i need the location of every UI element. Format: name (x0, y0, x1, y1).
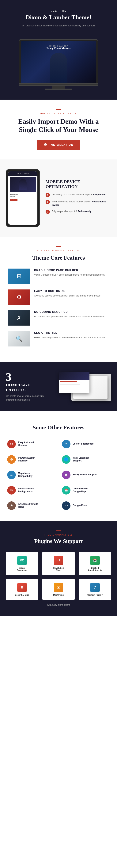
feature-card-7: 📅 CustomizableGoogle Map (60, 485, 111, 496)
feature-card-title-2: Powerful AdminInterface (18, 457, 35, 462)
feature-icon-8: ★ (7, 501, 16, 510)
mobile-features: Mobile Device Optimization 1 Absolutely … (46, 179, 111, 217)
feature-card-title-4: Mega MenuCompatibility (18, 472, 32, 478)
feature-card-title-7: CustomizableGoogle Map (73, 487, 88, 493)
mobile-section: DIXON & LAMBER Welcome There Family Law … (0, 159, 117, 237)
plugins-grid: VC VisualComposer ↺ RevolutionSlider 📅 B… (6, 552, 111, 600)
hero-description: An awesome user friendly combination of … (6, 24, 111, 28)
other-features-red-line (56, 421, 61, 421)
phone-practice-text: Family Law (10, 196, 36, 197)
phone-welcome-text: Welcome There (10, 194, 36, 195)
install-section: One Click Installation Easily Import Dem… (0, 100, 117, 159)
plugin-card-4: ✉ MailChimp (42, 579, 75, 600)
phone-cta-btn[interactable]: Our Cases (10, 199, 18, 201)
plugin-name-essential: Essential Grid (15, 594, 29, 596)
install-button[interactable]: ⚙ Installation (37, 140, 80, 150)
feature-card-9: Aa Google Fonts (60, 500, 111, 512)
plugins-more-text: and many more others (6, 603, 111, 606)
feature-icon-6: ⧉ (7, 486, 16, 495)
feature-num-1: 1 (46, 193, 50, 197)
core-feature-desc-1: Visual Composer plugin offers amazing to… (34, 273, 109, 277)
phone-header: DIXON & LAMBER (8, 172, 37, 176)
laptop-screen: DIXON & LAMBER Every Client Matters (21, 41, 96, 83)
feature-icon-5: 📋 (62, 471, 70, 479)
no-coding-icon: ✗ (17, 314, 22, 321)
feature-card-title-9: Google Fonts (73, 504, 87, 507)
core-feature-img-2: ⚙ (8, 289, 30, 305)
drag-drop-icon: ⊞ (17, 273, 22, 279)
feature-card-title-1: Lots of Shortcodes (73, 442, 93, 445)
core-feature-img-1: ⊞ (8, 269, 30, 284)
plugin-card-2: 📅 BookedAppointments (79, 552, 111, 575)
plugin-card-0: VC VisualComposer (6, 552, 38, 575)
core-feature-2: ⚙ Easy to Customize Awesome easy-to-use … (8, 289, 109, 305)
feature-icon-9: Aa (62, 501, 70, 510)
feature-card-title-0: Easy AutomaticUpdates (18, 441, 35, 447)
feature-card-4: ☰ Mega MenuCompatibility (6, 469, 57, 480)
feature-card-title-3: Multi LanguageSupport (73, 457, 89, 462)
core-feature-img-3: ✗ (8, 310, 30, 326)
feature-card-8: ★ Awesome FontelloIcons (6, 500, 57, 512)
install-label: One Click Installation (8, 113, 109, 115)
seo-icon: 🔍 (16, 336, 23, 342)
plugin-card-3: ⊞ Essential Grid (6, 579, 38, 600)
feature-card-3: 🌐 Multi LanguageSupport (60, 454, 111, 465)
feature-text-3: Fully responsive layout & Retina ready (52, 210, 91, 213)
plugins-red-line (56, 530, 61, 531)
homepage-label: Homepage Layouts (6, 382, 52, 393)
core-feature-4: 🔍 SEO Optimized HTML code integrated int… (8, 331, 109, 346)
plugin-icon-booked: 📅 (90, 556, 100, 565)
core-feature-desc-3: No need to be a professional web develop… (34, 315, 109, 318)
feature-text-2: The theme uses mobile friendly sliders: … (52, 200, 111, 207)
plugin-name-cf7: Contact Form 7 (87, 594, 103, 596)
phone-hero-img (10, 177, 36, 192)
hero-title: Dixon & Lamber Theme! (6, 14, 111, 21)
plugin-card-1: ↺ RevolutionSlider (42, 552, 75, 575)
mobile-feature-1: 1 Absolutely all scrollable sections sup… (46, 193, 111, 197)
feature-card-title-8: Awesome FontelloIcons (18, 503, 38, 508)
core-red-line (56, 246, 61, 247)
plugin-name-vc: VisualComposer (17, 567, 27, 571)
feature-card-5: 📋 Sticky Menus Support (60, 469, 111, 480)
feature-icon-0: ↻ (7, 440, 16, 448)
feature-icon-4: ☰ (7, 471, 16, 479)
homepage-text: 3 Homepage Layouts We create several uni… (6, 371, 52, 402)
core-feature-title-1: Drag & Drop Page Builder (34, 269, 109, 272)
core-title: Theme Core Features (8, 254, 109, 261)
feature-card-0: ↻ Easy AutomaticUpdates (6, 438, 57, 450)
plugin-icon-mailchimp: ✉ (54, 583, 63, 592)
core-feature-title-2: Easy to Customize (34, 289, 109, 292)
plugin-name-mailchimp: MailChimp (53, 594, 64, 596)
core-feature-1: ⊞ Drag & Drop Page Builder Visual Compos… (8, 269, 109, 284)
plugins-label: Free & Compatible (6, 534, 111, 536)
laptop-section: DIXON & LAMBER Every Client Matters (0, 39, 117, 100)
mobile-feature-2: 2 The theme uses mobile friendly sliders… (46, 200, 111, 207)
plugin-icon-cf7: 7 (90, 583, 100, 592)
feature-icon-3: 🌐 (62, 455, 70, 464)
feature-icon-1: ≡ (62, 440, 70, 448)
plugins-title: Plugins We Support (6, 538, 111, 544)
feature-text-1: Absolutely all scrollable sections suppo… (52, 193, 106, 196)
core-feature-title-3: No Coding Required (34, 310, 109, 313)
core-feature-desc-4: HTML code integrated into the theme meet… (34, 336, 109, 339)
mobile-title: Mobile Device Optimization (46, 179, 111, 189)
mobile-feature-3: 3 Fully responsive layout & Retina ready (46, 210, 111, 214)
core-feature-content-3: No Coding Required No need to be a profe… (34, 310, 109, 318)
hero-subtitle: Meet the (6, 9, 111, 12)
feature-card-6: ⧉ Parallax EffectBackgrounds (6, 485, 57, 496)
feature-card-title-6: Parallax EffectBackgrounds (18, 487, 34, 493)
phone-screen: DIXON & LAMBER Welcome There Family Law … (8, 172, 37, 225)
plugin-icon-rev: ↺ (54, 556, 63, 565)
red-divider (56, 109, 61, 110)
features-grid: ↻ Easy AutomaticUpdates ≡ Lots of Shortc… (6, 438, 111, 512)
core-feature-img-4: 🔍 (8, 331, 30, 346)
homepage-number: 3 (6, 371, 52, 382)
core-feature-title-4: SEO Optimized (34, 331, 109, 334)
other-features-section: Some Other Features ↻ Easy AutomaticUpda… (0, 411, 117, 521)
feature-icon-7: 📅 (62, 486, 70, 495)
mockup-screen-front (59, 372, 89, 393)
homepage-description: We create several unique demos with diff… (6, 394, 52, 402)
core-section: For Easy Website Creation Theme Core Fea… (0, 237, 117, 362)
feature-card-1: ≡ Lots of Shortcodes (60, 438, 111, 450)
install-button-label: Installation (50, 143, 74, 146)
